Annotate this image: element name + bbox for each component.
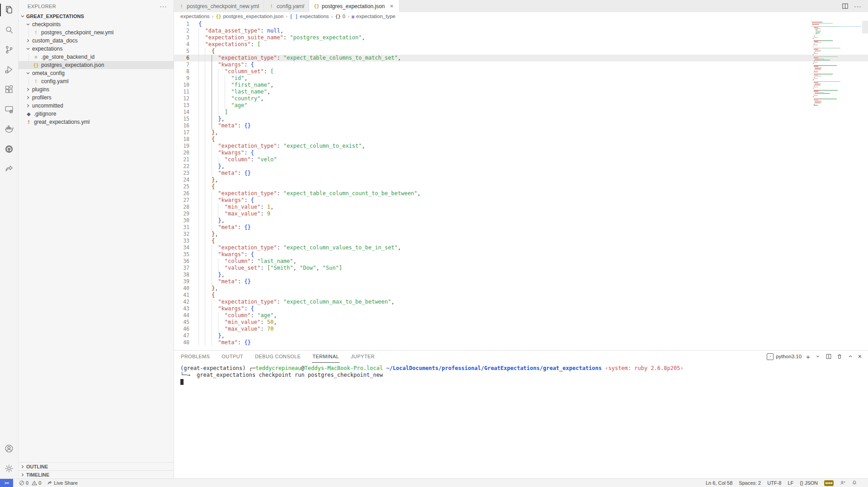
code-line[interactable]: 18 { — [174, 136, 868, 143]
code-line[interactable]: 28 "min_value": 1, — [174, 204, 868, 211]
code-line[interactable]: 7 "kwargs": { — [174, 61, 868, 68]
breadcrumb-item-postgres_expectation.json[interactable]: {}postgres_expectation.json — [216, 14, 283, 19]
code-line[interactable]: 47 }, — [174, 332, 868, 339]
code-line[interactable]: 41 { — [174, 292, 868, 299]
tree-item-ometa-config[interactable]: ometa_config — [19, 69, 174, 77]
tree-item-config-yaml[interactable]: !config.yaml — [19, 77, 174, 85]
code-line[interactable]: 16 "meta": {} — [174, 122, 868, 129]
code-line[interactable]: 37 "value_set": ["Smith", "Dow", "Sun"] — [174, 265, 868, 272]
code-line[interactable]: 40 }, — [174, 285, 868, 292]
breadcrumb-item-expectations[interactable]: expectations — [180, 14, 210, 19]
more-actions-icon[interactable]: ··· — [854, 3, 862, 10]
code-line[interactable]: 32 }, — [174, 231, 868, 238]
code-line[interactable]: 10 "first_name", — [174, 82, 868, 89]
code-line[interactable]: 6 "expectation_type": "expect_table_colu… — [174, 55, 868, 61]
breadcrumb-item-expectations[interactable]: [ ]expectations — [290, 14, 329, 19]
panel-tab-output[interactable]: OUTPUT — [221, 351, 244, 363]
status-indentation[interactable]: Spaces: 2 — [739, 480, 761, 486]
tree-item-postgres-checkpoint-new-yml[interactable]: !postgres_checkpoint_new.yml — [19, 28, 174, 37]
tree-item-custom-data-docs[interactable]: custom_data_docs — [19, 37, 174, 45]
new-terminal-icon[interactable]: + — [806, 354, 810, 360]
activity-item-explorer[interactable] — [0, 0, 18, 20]
panel-tab-jupyter[interactable]: JUPYTER — [350, 351, 375, 363]
code-line[interactable]: 19 "expectation_type": "expect_column_to… — [174, 143, 868, 150]
tree-item-profilers[interactable]: profilers — [19, 94, 174, 102]
tree-item--ge-store-backend-id[interactable]: ≡.ge_store_backend_id — [19, 53, 174, 61]
code-line[interactable]: 15 }, — [174, 116, 868, 122]
code-line[interactable]: 33 { — [174, 238, 868, 244]
tab-postgres_checkpoint_new.yml[interactable]: !postgres_checkpoint_new.yml — [174, 0, 264, 12]
code-line[interactable]: 39 "meta": {} — [174, 278, 868, 285]
code-line[interactable]: 45 "min_value": 50, — [174, 319, 868, 326]
activity-item-extensions[interactable] — [0, 80, 18, 99]
code-line[interactable]: 5 { — [174, 48, 868, 55]
breadcrumb-item-expectation_type[interactable]: ▣expectation_type — [352, 14, 396, 19]
close-icon[interactable]: × — [388, 3, 395, 9]
maximize-panel-icon[interactable] — [847, 353, 854, 360]
split-terminal-icon[interactable] — [826, 353, 832, 360]
live-share-status[interactable]: Live Share — [47, 480, 78, 486]
activity-item-remote-explorer[interactable] — [0, 99, 18, 119]
code-line[interactable]: 14 ] — [174, 109, 868, 116]
code-line[interactable]: 27 "kwargs": { — [174, 197, 868, 204]
code-line[interactable]: 9 "id", — [174, 75, 868, 82]
status-cursor-position[interactable]: Ln 6, Col 58 — [706, 480, 732, 486]
editor-pane[interactable]: 1{2 "data_asset_type": null,3 "expectati… — [174, 20, 868, 350]
code-line[interactable]: 23 "meta": {} — [174, 170, 868, 177]
code-line[interactable]: 42 "expectation_type": "expect_column_ma… — [174, 299, 868, 305]
tab-config.yaml[interactable]: !config.yaml — [264, 0, 309, 12]
tree-item-uncommitted[interactable]: uncommitted — [19, 102, 174, 110]
code-line[interactable]: 44 "column": "age", — [174, 312, 868, 319]
activity-item-settings[interactable] — [0, 459, 18, 478]
code-line[interactable]: 11 "last_name", — [174, 89, 868, 95]
status-language-mode[interactable]: {} JSON — [800, 480, 818, 486]
code-line[interactable]: 17 }, — [174, 129, 868, 136]
code-line[interactable]: 43 "kwargs": { — [174, 305, 868, 312]
status-eol[interactable]: LF — [788, 480, 793, 486]
activity-item-source-control[interactable] — [0, 40, 18, 60]
shell-selector[interactable]: ›python3.10 — [767, 353, 802, 360]
code-line[interactable]: 8 "column_set": [ — [174, 68, 868, 75]
code-line[interactable]: 21 "column": "velo" — [174, 156, 868, 163]
tree-item-expectations[interactable]: expectations — [19, 45, 174, 53]
split-editor-icon[interactable] — [842, 3, 849, 9]
code-line[interactable]: 38 }, — [174, 272, 868, 278]
code-line[interactable]: 46 "max_value": 70 — [174, 326, 868, 332]
panel-tab-debug-console[interactable]: DEBUG CONSOLE — [255, 351, 301, 363]
tree-item-postgres-expectation-json[interactable]: {}postgres_expectation.json — [19, 61, 174, 69]
activity-item-github[interactable] — [0, 139, 18, 159]
breadcrumb-item-0[interactable]: {}0 — [335, 14, 345, 19]
sidebar-section-timeline[interactable]: TIMELINE — [19, 470, 174, 478]
code-line[interactable]: 3 "expectation_suite_name": "postgres_ex… — [174, 34, 868, 41]
code-line[interactable]: 34 "expectation_type": "expect_column_va… — [174, 244, 868, 251]
kill-terminal-icon[interactable] — [836, 353, 843, 360]
minimap[interactable] — [811, 21, 862, 106]
extension-badge[interactable] — [824, 480, 834, 486]
code-line[interactable]: 20 "kwargs": { — [174, 150, 868, 156]
code-line[interactable]: 4 "expectations": [ — [174, 41, 868, 48]
code-line[interactable]: 35 "kwargs": { — [174, 251, 868, 258]
code-line[interactable]: 13 "age" — [174, 102, 868, 109]
activity-item-live-share[interactable] — [0, 159, 18, 179]
activity-item-accounts[interactable] — [0, 439, 18, 459]
code-line[interactable]: 2 "data_asset_type": null, — [174, 28, 868, 34]
problems-status[interactable]: 00 — [19, 480, 41, 486]
code-line[interactable]: 48 "meta": {} — [174, 339, 868, 346]
notifications-bell-icon[interactable] — [852, 480, 857, 486]
activity-item-search[interactable] — [0, 20, 18, 40]
terminal-content[interactable]: (great-expectations) ┌─teddycrepineau@Te… — [174, 362, 868, 478]
code-line[interactable]: 24 }, — [174, 177, 868, 183]
remote-indicator[interactable]: >< — [0, 479, 13, 487]
tab-postgres_expectation.json[interactable]: {}postgres_expectation.json× — [309, 0, 400, 12]
status-encoding[interactable]: UTF-8 — [767, 480, 781, 486]
code-line[interactable]: 1{ — [174, 21, 868, 28]
code-line[interactable]: 22 }, — [174, 163, 868, 170]
explorer-more-actions-icon[interactable]: ··· — [160, 3, 167, 10]
close-panel-icon[interactable]: × — [858, 353, 862, 360]
code-line[interactable]: 26 "expectation_type": "expect_table_col… — [174, 190, 868, 197]
tree-item-plugins[interactable]: plugins — [19, 85, 174, 94]
workspace-section-header[interactable]: GREAT_EXPECTATIONS — [19, 12, 174, 20]
code-line[interactable]: 31 "meta": {} — [174, 224, 868, 231]
code-line[interactable]: 29 "max_value": 9 — [174, 211, 868, 217]
tree-item--gitignore[interactable]: ◆.gitignore — [19, 110, 174, 118]
